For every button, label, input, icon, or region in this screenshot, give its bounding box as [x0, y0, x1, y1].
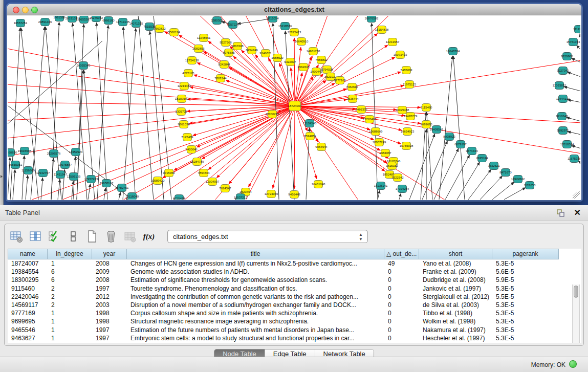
graph-node[interactable] [502, 169, 510, 177]
graph-node[interactable] [445, 133, 454, 141]
graph-node[interactable] [70, 173, 78, 181]
graph-node[interactable] [200, 169, 208, 177]
table-row[interactable]: 1456911722003Disruption of a novel membe… [8, 301, 581, 309]
graph-node[interactable] [193, 158, 202, 166]
graph-node[interactable] [559, 127, 568, 135]
graph-node[interactable] [290, 191, 299, 199]
table-row[interactable]: 2242004622012Investigating the contribut… [8, 293, 581, 301]
graph-node[interactable] [377, 182, 385, 190]
graph-node[interactable] [394, 174, 402, 182]
graph-node[interactable] [156, 25, 164, 33]
graph-node[interactable] [180, 82, 189, 90]
graph-node[interactable] [378, 26, 386, 34]
graph-node[interactable] [317, 143, 326, 151]
graph-node[interactable] [478, 155, 487, 162]
graph-node[interactable] [248, 47, 256, 54]
graph-node[interactable] [526, 182, 534, 189]
column-header-year[interactable]: year [92, 249, 127, 259]
graph-node[interactable] [175, 195, 184, 203]
graph-node[interactable] [154, 177, 162, 185]
graph-node[interactable] [514, 176, 522, 183]
graph-node[interactable] [16, 19, 25, 27]
graph-node[interactable] [11, 161, 20, 169]
graph-node[interactable] [405, 81, 414, 89]
graph-node[interactable] [490, 162, 498, 170]
graph-node[interactable] [132, 20, 141, 28]
graph-node[interactable] [396, 51, 405, 59]
graph-node[interactable] [555, 82, 564, 90]
graph-node[interactable] [381, 149, 390, 157]
graph-node[interactable] [267, 190, 276, 198]
table-row[interactable]: 1872400712008Changes of HCN gene express… [8, 259, 581, 268]
graph-node[interactable] [39, 169, 48, 177]
graph-node[interactable] [398, 106, 407, 114]
graph-node[interactable] [61, 161, 70, 169]
graph-node[interactable] [183, 134, 192, 141]
graph-node[interactable] [558, 113, 567, 120]
graph-node[interactable] [213, 17, 222, 25]
graph-node[interactable] [180, 121, 188, 128]
graph-node[interactable] [422, 104, 431, 112]
graph-node[interactable] [229, 21, 237, 29]
attribute-table-settings-icon[interactable] [9, 229, 24, 244]
graph-node[interactable] [56, 171, 65, 179]
graph-node[interactable] [79, 62, 88, 70]
graph-node[interactable] [312, 68, 321, 76]
graph-node[interactable] [184, 70, 193, 77]
graph-node[interactable] [145, 23, 154, 31]
graph-node[interactable] [314, 181, 323, 188]
graph-node[interactable] [268, 111, 277, 118]
graph-node[interactable] [375, 139, 384, 146]
graph-node[interactable] [365, 116, 374, 123]
close-panel-icon[interactable]: ✕ [574, 208, 581, 218]
graph-node[interactable] [388, 38, 397, 46]
graph-node[interactable] [422, 121, 431, 128]
graph-node[interactable] [236, 194, 245, 202]
graph-node[interactable] [357, 106, 366, 114]
import-table-icon[interactable] [122, 229, 138, 244]
graph-node[interactable] [41, 18, 50, 26]
collapse-arrow-icon[interactable] [1, 175, 3, 178]
float-window-icon[interactable] [557, 209, 564, 217]
table-row[interactable]: 911546021997Tourette syndrome. Phenomeno… [8, 285, 581, 293]
graph-node[interactable] [402, 142, 411, 150]
graph-node[interactable] [165, 169, 173, 177]
column-header-out_de[interactable]: △ out_de... [384, 249, 419, 259]
table-row[interactable]: 977716911998Corpus callosum shape and si… [8, 309, 581, 317]
column-header-name[interactable]: name [8, 249, 48, 259]
column-visibility-icon[interactable] [28, 229, 43, 244]
graph-node[interactable] [216, 75, 225, 82]
graph-node[interactable] [326, 73, 335, 81]
graph-node[interactable] [221, 185, 230, 192]
table-scrollbar-thumb[interactable] [574, 286, 578, 298]
table-selector-dropdown[interactable]: citations_edges.txt ▲▼ [167, 230, 368, 243]
graph-node[interactable] [309, 48, 318, 55]
graph-node[interactable] [468, 147, 476, 155]
graph-node[interactable] [323, 66, 332, 74]
graph-node[interactable] [119, 18, 127, 26]
graph-node[interactable] [372, 128, 380, 136]
column-header-in_degree[interactable]: in_degree [48, 249, 92, 259]
graph-node[interactable] [559, 67, 568, 75]
graph-node[interactable] [50, 150, 58, 158]
graph-node[interactable] [456, 141, 465, 148]
graph-node[interactable] [402, 67, 411, 74]
graph-node[interactable] [348, 83, 357, 91]
graph-node[interactable] [563, 141, 572, 148]
graph-node[interactable] [290, 29, 299, 36]
table-row[interactable]: 1938455462009Genome-wide association stu… [8, 268, 581, 276]
function-builder-icon[interactable]: f(x) [141, 229, 157, 244]
graph-node[interactable] [281, 23, 290, 30]
graph-node[interactable] [128, 193, 137, 201]
graph-node[interactable] [104, 17, 113, 25]
graph-node[interactable] [559, 95, 568, 103]
graph-node[interactable] [177, 108, 186, 116]
graph-node[interactable] [563, 53, 572, 60]
graph-node[interactable] [432, 126, 441, 134]
graph-node[interactable] [102, 180, 111, 187]
graph-node[interactable] [273, 54, 282, 62]
graph-node[interactable] [570, 155, 579, 163]
graph-node[interactable] [118, 184, 126, 192]
table-row[interactable]: 1830029562008Estimation of significance … [8, 276, 581, 284]
graph-node[interactable] [349, 95, 357, 103]
